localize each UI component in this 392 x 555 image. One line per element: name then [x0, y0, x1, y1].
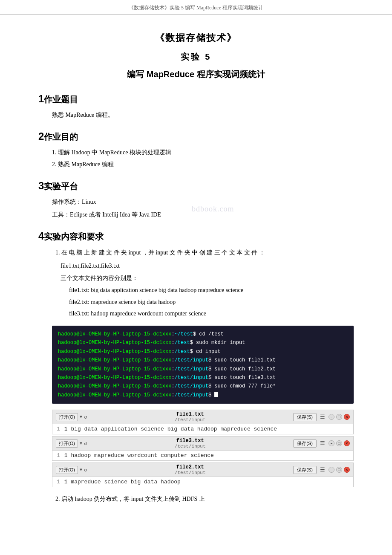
- step1-desc: 三个文本文件的内容分别是：: [61, 273, 354, 284]
- file-window-3: 打开(O) ▼ ↺ file3.txt /test/input 保存(S) ☰ …: [52, 436, 354, 461]
- terminal-line-3: hadoop@lx-OMEN-by-HP-Laptop-15-dc1xxx:/t…: [58, 347, 348, 356]
- section-2-item-1: 1. 理解 Hadoop 中 MapReduce 模块的处理逻辑: [52, 147, 354, 159]
- file1-sync-icon[interactable]: ↺: [84, 414, 87, 420]
- file-windows-container: 打开(O) ▼ ↺ file1.txt /test/input 保存(S) ☰ …: [52, 410, 354, 487]
- section-2-label: 作业目的: [44, 132, 78, 142]
- section-2-num: 2: [38, 130, 44, 142]
- sub-title: 实验 5: [38, 51, 354, 63]
- section-1-content: 熟悉 MapReduce 编程。: [52, 110, 354, 121]
- terminal-line-1: hadoop@lx-OMEN-by-HP-Laptop-15-dc1xxx:~/…: [58, 330, 348, 338]
- terminal-line-6: hadoop@lx-OMEN-by-HP-Laptop-15-dc1xxx:/t…: [58, 373, 348, 382]
- file2-save-btn[interactable]: 保存(S): [293, 466, 317, 474]
- file3-filename: file3.txt /test/input: [89, 438, 291, 449]
- section-2-heading: 2作业目的: [38, 130, 354, 143]
- step1-label: 1. 在 电 脑 上 新 建 文 件 夹 input ，并 input 文 件 …: [52, 247, 354, 259]
- file2-content: 11 mapreduce science big data hadoop: [52, 477, 353, 487]
- section-2-item-2: 2. 熟悉 MapReduce 编程: [52, 159, 354, 171]
- terminal-line-2: hadoop@lx-OMEN-by-HP-Laptop-15-dc1xxx:/t…: [58, 338, 348, 347]
- file3-maximize-btn[interactable]: □: [336, 440, 342, 446]
- terminal-line-8: hadoop@lx-OMEN-by-HP-Laptop-15-dc1xxx:/t…: [58, 391, 348, 399]
- file1-close-btn[interactable]: ×: [344, 414, 350, 420]
- header-text: 《数据存储技术》实验 5 编写 MapReduce 程序实现词频统计: [129, 5, 263, 11]
- file-window-2-header: 打开(O) ▼ ↺ file2.txt /test/input 保存(S) ☰ …: [52, 463, 353, 477]
- file-window-2: 打开(O) ▼ ↺ file2.txt /test/input 保存(S) ☰ …: [52, 462, 354, 487]
- step1-file2-desc: file2.txt: mapreduce science big data ha…: [69, 297, 354, 308]
- file2-menu-icon[interactable]: ☰: [318, 466, 327, 473]
- section-title-bold: 编写 MapReduce 程序实现词频统计: [38, 69, 354, 80]
- file-window-1-header: 打开(O) ▼ ↺ file1.txt /test/input 保存(S) ☰ …: [52, 410, 353, 424]
- file1-open-btn[interactable]: 打开(O): [56, 413, 78, 421]
- section-4-label: 实验内容和要求: [44, 232, 104, 241]
- terminal-line-7: hadoop@lx-OMEN-by-HP-Laptop-15-dc1xxx:/t…: [58, 382, 348, 390]
- section-3-num: 3: [38, 180, 44, 191]
- section-3-label: 实验平台: [44, 182, 78, 191]
- step1-sub-label: file1.txt,file2.txt,file3.txt: [61, 260, 354, 272]
- file3-content: 11 hadoop mapreduce wordcount computer s…: [52, 451, 353, 460]
- file2-open-arrow[interactable]: ▼: [80, 468, 82, 472]
- file1-menu-icon[interactable]: ☰: [318, 413, 327, 420]
- file1-minimize-btn[interactable]: –: [329, 414, 334, 420]
- section-1-heading: 1作业题目: [38, 93, 354, 105]
- section-3-heading: 3实验平台: [38, 180, 354, 192]
- step1-file1-desc: file1.txt: big data application science …: [69, 285, 354, 296]
- file1-save-btn[interactable]: 保存(S): [293, 413, 317, 421]
- file1-open-arrow[interactable]: ▼: [80, 415, 82, 419]
- step1-file3-desc: file3.txt: hadoop mapreduce wordcount co…: [69, 308, 354, 320]
- file2-maximize-btn[interactable]: □: [336, 467, 342, 473]
- file3-open-btn[interactable]: 打开(O): [56, 439, 78, 448]
- file3-sync-icon[interactable]: ↺: [84, 440, 87, 447]
- section-3-tools: 工具：Eclipse 或者 Intellij Idea 等 Java IDE: [52, 209, 354, 221]
- file2-close-btn[interactable]: ×: [344, 467, 350, 473]
- file-window-3-header: 打开(O) ▼ ↺ file3.txt /test/input 保存(S) ☰ …: [52, 436, 353, 451]
- file2-sync-icon[interactable]: ↺: [84, 467, 87, 473]
- main-title: 《数据存储技术》: [38, 32, 354, 44]
- section-3-os: 操作系统：Linux: [52, 197, 354, 208]
- file3-menu-icon[interactable]: ☰: [318, 440, 327, 447]
- file3-close-btn[interactable]: ×: [344, 440, 350, 446]
- file2-filename: file2.txt /test/input: [89, 464, 291, 475]
- file2-minimize-btn[interactable]: –: [329, 467, 334, 473]
- section-1-num: 1: [38, 93, 44, 104]
- step2-label: 2. 启动 hadoop 伪分布式，将 input 文件夹上传到 HDFS 上: [52, 493, 354, 505]
- terminal-line-5: hadoop@lx-OMEN-by-HP-Laptop-15-dc1xxx:/t…: [58, 365, 348, 373]
- file1-filename: file1.txt /test/input: [89, 411, 291, 422]
- file3-save-btn[interactable]: 保存(S): [293, 439, 317, 448]
- file2-open-btn[interactable]: 打开(O): [56, 466, 78, 474]
- section-4-heading: 4实验内容和要求: [38, 230, 354, 243]
- page-header: 《数据存储技术》实验 5 编写 MapReduce 程序实现词频统计: [0, 0, 392, 14]
- terminal-block: hadoop@lx-OMEN-by-HP-Laptop-15-dc1xxx:~/…: [52, 326, 354, 404]
- terminal-line-4: hadoop@lx-OMEN-by-HP-Laptop-15-dc1xxx:/t…: [58, 356, 348, 364]
- section-1-label: 作业题目: [44, 95, 78, 104]
- file-window-1: 打开(O) ▼ ↺ file1.txt /test/input 保存(S) ☰ …: [52, 410, 354, 434]
- file3-minimize-btn[interactable]: –: [329, 440, 334, 446]
- file3-open-arrow[interactable]: ▼: [80, 441, 82, 446]
- file1-content: 11 big data application science big data…: [52, 424, 353, 434]
- section-4-num: 4: [38, 230, 44, 242]
- file1-maximize-btn[interactable]: □: [336, 414, 342, 420]
